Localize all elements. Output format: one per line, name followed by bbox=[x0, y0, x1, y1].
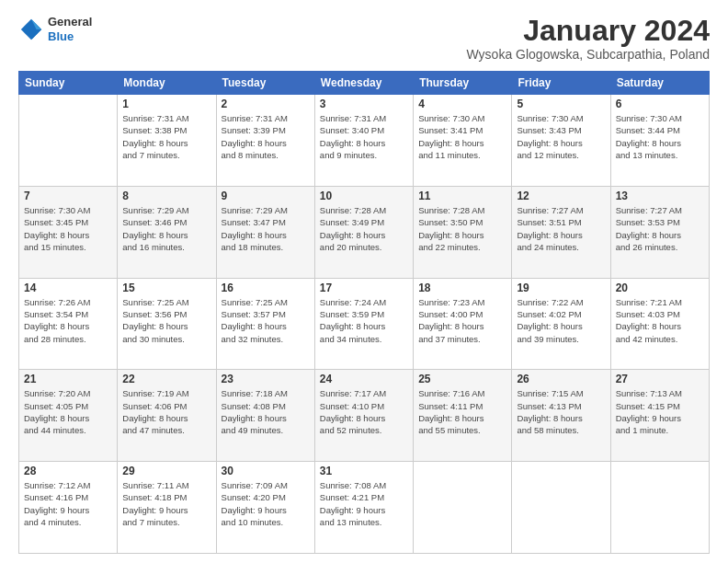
calendar-cell: 20Sunrise: 7:21 AM Sunset: 4:03 PM Dayli… bbox=[610, 278, 709, 370]
calendar-cell: 3Sunrise: 7:31 AM Sunset: 3:40 PM Daylig… bbox=[314, 95, 413, 187]
day-info: Sunrise: 7:28 AM Sunset: 3:49 PM Dayligh… bbox=[320, 204, 408, 253]
day-number: 11 bbox=[418, 190, 506, 202]
day-number: 3 bbox=[320, 98, 408, 110]
location-subtitle: Wysoka Glogowska, Subcarpathia, Poland bbox=[467, 47, 710, 62]
day-number: 15 bbox=[122, 282, 210, 294]
day-info: Sunrise: 7:13 AM Sunset: 4:15 PM Dayligh… bbox=[616, 387, 704, 436]
calendar-cell: 2Sunrise: 7:31 AM Sunset: 3:39 PM Daylig… bbox=[216, 95, 314, 187]
day-number: 9 bbox=[222, 190, 310, 202]
calendar-cell: 28Sunrise: 7:12 AM Sunset: 4:16 PM Dayli… bbox=[19, 462, 118, 554]
logo-text: General Blue bbox=[48, 15, 92, 43]
calendar-table: SundayMondayTuesdayWednesdayThursdayFrid… bbox=[18, 71, 710, 554]
day-info: Sunrise: 7:27 AM Sunset: 3:51 PM Dayligh… bbox=[517, 204, 605, 253]
weekday-header-saturday: Saturday bbox=[610, 72, 709, 95]
day-number: 16 bbox=[222, 282, 310, 294]
title-block: January 2024 Wysoka Glogowska, Subcarpat… bbox=[467, 15, 710, 62]
logo-blue-text: Blue bbox=[48, 29, 92, 44]
day-number: 20 bbox=[616, 282, 704, 294]
calendar-cell: 30Sunrise: 7:09 AM Sunset: 4:20 PM Dayli… bbox=[216, 462, 314, 554]
day-number: 7 bbox=[24, 190, 112, 202]
calendar-cell: 15Sunrise: 7:25 AM Sunset: 3:56 PM Dayli… bbox=[118, 278, 216, 370]
day-number: 27 bbox=[616, 373, 704, 385]
day-number: 17 bbox=[320, 282, 408, 294]
day-info: Sunrise: 7:08 AM Sunset: 4:21 PM Dayligh… bbox=[320, 479, 408, 528]
day-info: Sunrise: 7:31 AM Sunset: 3:38 PM Dayligh… bbox=[122, 112, 210, 161]
day-number: 19 bbox=[517, 282, 605, 294]
day-info: Sunrise: 7:12 AM Sunset: 4:16 PM Dayligh… bbox=[24, 479, 112, 528]
day-info: Sunrise: 7:30 AM Sunset: 3:43 PM Dayligh… bbox=[517, 112, 605, 161]
calendar-cell: 10Sunrise: 7:28 AM Sunset: 3:49 PM Dayli… bbox=[314, 186, 413, 278]
calendar-cell: 17Sunrise: 7:24 AM Sunset: 3:59 PM Dayli… bbox=[314, 278, 413, 370]
calendar-cell bbox=[610, 462, 709, 554]
day-number: 21 bbox=[24, 373, 112, 385]
day-number: 31 bbox=[320, 465, 408, 477]
day-info: Sunrise: 7:21 AM Sunset: 4:03 PM Dayligh… bbox=[616, 296, 704, 345]
weekday-header-sunday: Sunday bbox=[19, 72, 118, 95]
week-row-5: 28Sunrise: 7:12 AM Sunset: 4:16 PM Dayli… bbox=[19, 462, 710, 554]
day-info: Sunrise: 7:16 AM Sunset: 4:11 PM Dayligh… bbox=[418, 387, 506, 436]
header: General Blue January 2024 Wysoka Glogows… bbox=[18, 15, 710, 62]
calendar-cell: 4Sunrise: 7:30 AM Sunset: 3:41 PM Daylig… bbox=[414, 95, 512, 187]
month-year-title: January 2024 bbox=[467, 15, 710, 47]
calendar-cell: 11Sunrise: 7:28 AM Sunset: 3:50 PM Dayli… bbox=[414, 186, 512, 278]
calendar-cell: 23Sunrise: 7:18 AM Sunset: 4:08 PM Dayli… bbox=[216, 370, 314, 462]
logo: General Blue bbox=[18, 15, 92, 43]
day-info: Sunrise: 7:30 AM Sunset: 3:41 PM Dayligh… bbox=[418, 112, 506, 161]
calendar-cell: 8Sunrise: 7:29 AM Sunset: 3:46 PM Daylig… bbox=[118, 186, 216, 278]
day-number: 14 bbox=[24, 282, 112, 294]
day-number: 23 bbox=[222, 373, 310, 385]
calendar-cell: 18Sunrise: 7:23 AM Sunset: 4:00 PM Dayli… bbox=[414, 278, 512, 370]
day-number: 5 bbox=[517, 98, 605, 110]
week-row-2: 7Sunrise: 7:30 AM Sunset: 3:45 PM Daylig… bbox=[19, 186, 710, 278]
day-number: 1 bbox=[122, 98, 210, 110]
calendar-cell: 16Sunrise: 7:25 AM Sunset: 3:57 PM Dayli… bbox=[216, 278, 314, 370]
day-info: Sunrise: 7:29 AM Sunset: 3:47 PM Dayligh… bbox=[222, 204, 310, 253]
day-number: 30 bbox=[222, 465, 310, 477]
calendar-cell: 13Sunrise: 7:27 AM Sunset: 3:53 PM Dayli… bbox=[610, 186, 709, 278]
calendar-cell: 7Sunrise: 7:30 AM Sunset: 3:45 PM Daylig… bbox=[19, 186, 118, 278]
calendar-cell: 14Sunrise: 7:26 AM Sunset: 3:54 PM Dayli… bbox=[19, 278, 118, 370]
day-info: Sunrise: 7:25 AM Sunset: 3:57 PM Dayligh… bbox=[222, 296, 310, 345]
day-info: Sunrise: 7:31 AM Sunset: 3:39 PM Dayligh… bbox=[222, 112, 310, 161]
week-row-3: 14Sunrise: 7:26 AM Sunset: 3:54 PM Dayli… bbox=[19, 278, 710, 370]
day-number: 8 bbox=[122, 190, 210, 202]
logo-icon bbox=[18, 17, 44, 42]
day-number: 24 bbox=[320, 373, 408, 385]
calendar-cell: 31Sunrise: 7:08 AM Sunset: 4:21 PM Dayli… bbox=[314, 462, 413, 554]
calendar-cell: 21Sunrise: 7:20 AM Sunset: 4:05 PM Dayli… bbox=[19, 370, 118, 462]
day-info: Sunrise: 7:11 AM Sunset: 4:18 PM Dayligh… bbox=[122, 479, 210, 528]
calendar-cell: 29Sunrise: 7:11 AM Sunset: 4:18 PM Dayli… bbox=[118, 462, 216, 554]
day-info: Sunrise: 7:30 AM Sunset: 3:44 PM Dayligh… bbox=[616, 112, 704, 161]
calendar-cell: 1Sunrise: 7:31 AM Sunset: 3:38 PM Daylig… bbox=[118, 95, 216, 187]
weekday-header-wednesday: Wednesday bbox=[314, 72, 413, 95]
calendar-cell: 19Sunrise: 7:22 AM Sunset: 4:02 PM Dayli… bbox=[512, 278, 610, 370]
day-number: 12 bbox=[517, 190, 605, 202]
week-row-4: 21Sunrise: 7:20 AM Sunset: 4:05 PM Dayli… bbox=[19, 370, 710, 462]
weekday-header-row: SundayMondayTuesdayWednesdayThursdayFrid… bbox=[19, 72, 710, 95]
calendar-cell: 6Sunrise: 7:30 AM Sunset: 3:44 PM Daylig… bbox=[610, 95, 709, 187]
calendar-cell: 9Sunrise: 7:29 AM Sunset: 3:47 PM Daylig… bbox=[216, 186, 314, 278]
weekday-header-monday: Monday bbox=[118, 72, 216, 95]
day-info: Sunrise: 7:20 AM Sunset: 4:05 PM Dayligh… bbox=[24, 387, 112, 436]
week-row-1: 1Sunrise: 7:31 AM Sunset: 3:38 PM Daylig… bbox=[19, 95, 710, 187]
calendar-cell: 24Sunrise: 7:17 AM Sunset: 4:10 PM Dayli… bbox=[314, 370, 413, 462]
calendar-cell: 22Sunrise: 7:19 AM Sunset: 4:06 PM Dayli… bbox=[118, 370, 216, 462]
calendar-cell: 25Sunrise: 7:16 AM Sunset: 4:11 PM Dayli… bbox=[414, 370, 512, 462]
day-number: 4 bbox=[418, 98, 506, 110]
day-number: 18 bbox=[418, 282, 506, 294]
calendar-cell: 27Sunrise: 7:13 AM Sunset: 4:15 PM Dayli… bbox=[610, 370, 709, 462]
day-info: Sunrise: 7:18 AM Sunset: 4:08 PM Dayligh… bbox=[222, 387, 310, 436]
weekday-header-tuesday: Tuesday bbox=[216, 72, 314, 95]
day-info: Sunrise: 7:25 AM Sunset: 3:56 PM Dayligh… bbox=[122, 296, 210, 345]
day-info: Sunrise: 7:31 AM Sunset: 3:40 PM Dayligh… bbox=[320, 112, 408, 161]
weekday-header-thursday: Thursday bbox=[414, 72, 512, 95]
day-number: 2 bbox=[222, 98, 310, 110]
day-info: Sunrise: 7:27 AM Sunset: 3:53 PM Dayligh… bbox=[616, 204, 704, 253]
day-info: Sunrise: 7:30 AM Sunset: 3:45 PM Dayligh… bbox=[24, 204, 112, 253]
day-info: Sunrise: 7:17 AM Sunset: 4:10 PM Dayligh… bbox=[320, 387, 408, 436]
day-number: 22 bbox=[122, 373, 210, 385]
day-info: Sunrise: 7:09 AM Sunset: 4:20 PM Dayligh… bbox=[222, 479, 310, 528]
day-number: 10 bbox=[320, 190, 408, 202]
day-number: 26 bbox=[517, 373, 605, 385]
day-number: 13 bbox=[616, 190, 704, 202]
